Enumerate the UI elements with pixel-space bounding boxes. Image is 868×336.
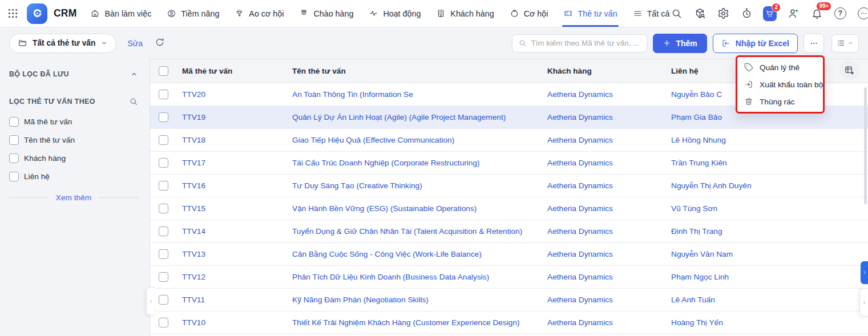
more-options-button[interactable]: [857, 7, 868, 21]
customer-link[interactable]: Aetheria Dynamics: [547, 181, 613, 190]
card-code-link[interactable]: TTV13: [182, 250, 205, 258]
table-row[interactable]: TTV14Tuyển Dụng & Giữ Chân Nhân Tài (Tal…: [150, 220, 868, 243]
row-checkbox[interactable]: [159, 135, 168, 145]
filter-option[interactable]: Liên hệ: [9, 172, 138, 181]
customer-link[interactable]: Aetheria Dynamics: [547, 90, 613, 99]
card-code-link[interactable]: TTV19: [182, 113, 205, 122]
view-mode-selector[interactable]: [831, 34, 859, 52]
filter-checkbox[interactable]: [9, 135, 19, 145]
customer-link[interactable]: Aetheria Dynamics: [547, 204, 613, 213]
filter-option[interactable]: Khách hàng: [9, 153, 138, 163]
contact-link[interactable]: Vũ Tùng Sơn: [671, 204, 717, 213]
import-excel-button[interactable]: Nhập từ Excel: [713, 34, 798, 53]
card-name-link[interactable]: Thiết Kế Trải Nghiệm Khách Hàng (Custome…: [292, 318, 520, 327]
table-row[interactable]: TTV18Giao Tiếp Hiệu Quả (Effective Commu…: [150, 129, 868, 152]
cart-button[interactable]: 2: [763, 7, 777, 21]
card-name-link[interactable]: Tái Cấu Trúc Doanh Nghiệp (Corporate Res…: [292, 159, 480, 167]
table-row[interactable]: TTV17Tái Cấu Trúc Doanh Nghiệp (Corporat…: [150, 152, 868, 175]
nav-item-co-hoi[interactable]: Cơ hội: [510, 0, 548, 27]
card-code-link[interactable]: TTV15: [182, 204, 205, 213]
contact-link[interactable]: Lê Hồng Nhung: [671, 136, 726, 144]
reminder-button[interactable]: [740, 7, 753, 21]
table-search-input[interactable]: [531, 39, 641, 47]
contact-link[interactable]: Nguyễn Văn Nam: [671, 250, 733, 258]
card-name-link[interactable]: Tư Duy Sáng Tạo (Creative Thinking): [292, 181, 422, 190]
customer-link[interactable]: Aetheria Dynamics: [547, 295, 613, 304]
card-code-link[interactable]: TTV17: [182, 159, 205, 167]
table-row[interactable]: TTV11Kỹ Năng Đàm Phán (Negotiation Skill…: [150, 289, 868, 311]
edit-view-link[interactable]: Sửa: [127, 39, 143, 48]
card-code-link[interactable]: TTV20: [182, 90, 205, 99]
invite-user-button[interactable]: [786, 7, 800, 21]
row-checkbox[interactable]: [159, 204, 168, 213]
collapse-right-handle[interactable]: [859, 288, 868, 317]
filter-option[interactable]: Tên thẻ tư vấn: [9, 135, 138, 145]
row-checkbox[interactable]: [159, 112, 168, 122]
refresh-button[interactable]: [155, 37, 167, 50]
nav-item-tat-ca[interactable]: Tất cả: [633, 0, 670, 27]
card-code-link[interactable]: TTV10: [182, 318, 205, 327]
column-header-code[interactable]: Mã thẻ tư vấn: [182, 67, 292, 75]
nav-item-ao-co-hoi[interactable]: Ao cơ hội: [235, 0, 284, 27]
notifications-button[interactable]: 99+: [810, 7, 823, 21]
row-checkbox[interactable]: [159, 158, 168, 168]
customer-link[interactable]: Aetheria Dynamics: [547, 318, 613, 327]
package-search-button[interactable]: [693, 7, 706, 21]
filter-checkbox[interactable]: [9, 117, 19, 127]
contact-link[interactable]: Lê Anh Tuấn: [671, 295, 715, 304]
search-icon[interactable]: [129, 97, 138, 106]
card-name-link[interactable]: Cân Bằng Cuộc Sống - Công Việc (Work-Lif…: [292, 250, 482, 258]
row-checkbox[interactable]: [159, 249, 168, 259]
global-search-button[interactable]: [669, 7, 683, 21]
contact-link[interactable]: Phạm Ngọc Linh: [671, 273, 729, 281]
vertical-scrollbar[interactable]: [864, 87, 867, 204]
nav-item-the-tu-van[interactable]: Thẻ tư vấn: [563, 0, 617, 27]
nav-item-chao-hang[interactable]: Chào hàng: [299, 0, 353, 27]
card-name-link[interactable]: Phân Tích Dữ Liệu Kinh Doanh (Business D…: [292, 273, 489, 281]
row-checkbox[interactable]: [159, 272, 168, 282]
customer-link[interactable]: Aetheria Dynamics: [547, 273, 613, 281]
contact-link[interactable]: Đinh Thị Trang: [671, 227, 722, 236]
collapse-sidebar-handle[interactable]: [146, 287, 155, 315]
table-row[interactable]: TTV10Thiết Kế Trải Nghiệm Khách Hàng (Cu…: [150, 311, 868, 334]
customer-link[interactable]: Aetheria Dynamics: [547, 159, 613, 167]
menu-item-trash[interactable]: Thùng rác: [737, 93, 823, 110]
add-column-button[interactable]: [839, 60, 859, 80]
customer-link[interactable]: Aetheria Dynamics: [547, 227, 613, 236]
table-row[interactable]: TTV12Phân Tích Dữ Liệu Kinh Doanh (Busin…: [150, 266, 868, 289]
crm-logo[interactable]: [27, 3, 47, 24]
column-header-customer[interactable]: Khách hàng: [547, 67, 671, 75]
row-checkbox[interactable]: [159, 226, 168, 236]
filter-option[interactable]: Mã thẻ tư vấn: [9, 117, 138, 127]
contact-link[interactable]: Phạm Gia Bảo: [671, 113, 722, 122]
add-button[interactable]: Thêm: [653, 34, 706, 53]
card-code-link[interactable]: TTV16: [182, 181, 205, 190]
table-row[interactable]: TTV16Tư Duy Sáng Tạo (Creative Thinking)…: [150, 175, 868, 197]
contact-link[interactable]: Nguyễn Bảo C: [671, 90, 722, 99]
row-checkbox[interactable]: [159, 318, 168, 327]
card-code-link[interactable]: TTV14: [182, 227, 205, 236]
row-checkbox[interactable]: [159, 295, 168, 305]
saved-view-selector[interactable]: Tất cả thẻ tư vấn: [9, 34, 116, 53]
nav-item-khach-hang[interactable]: Khách hàng: [436, 0, 494, 27]
table-row[interactable]: TTV13Cân Bằng Cuộc Sống - Công Việc (Wor…: [150, 243, 868, 266]
column-header-name[interactable]: Tên thẻ tư vấn: [292, 67, 547, 75]
card-code-link[interactable]: TTV12: [182, 273, 205, 281]
filter-checkbox[interactable]: [9, 153, 19, 163]
see-more-link[interactable]: Xem thêm: [56, 193, 91, 202]
select-all-checkbox[interactable]: [159, 66, 168, 76]
card-code-link[interactable]: TTV11: [182, 295, 205, 304]
card-name-link[interactable]: Giao Tiếp Hiệu Quả (Effective Communicat…: [292, 136, 454, 144]
card-name-link[interactable]: Vận Hành Bền Vững (ESG) (Sustainable Ope…: [292, 204, 477, 213]
customer-link[interactable]: Aetheria Dynamics: [547, 250, 613, 258]
menu-item-export-all[interactable]: Xuất khẩu toàn bộ: [737, 76, 823, 93]
expand-panel-tab[interactable]: [861, 261, 868, 284]
card-code-link[interactable]: TTV18: [182, 136, 205, 144]
row-checkbox[interactable]: [159, 181, 168, 191]
customer-link[interactable]: Aetheria Dynamics: [547, 136, 613, 144]
nav-item-ban-lam-viec[interactable]: Bàn làm việc: [90, 0, 151, 27]
contact-link[interactable]: Nguyễn Thị Anh Duyên: [671, 181, 752, 190]
settings-button[interactable]: [716, 7, 730, 21]
row-checkbox[interactable]: [159, 90, 168, 99]
app-launcher-button[interactable]: [7, 6, 19, 21]
